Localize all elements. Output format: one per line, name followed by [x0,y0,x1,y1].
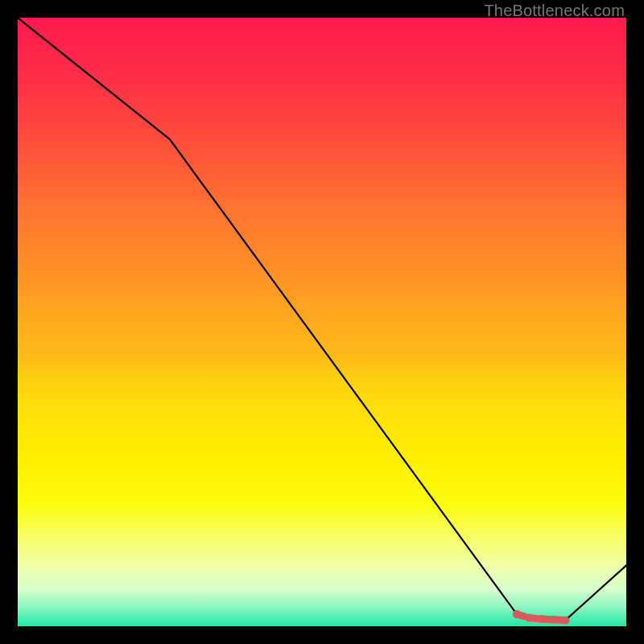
data-line [18,18,626,620]
marker-dot [513,610,521,618]
marker-dot [561,616,569,624]
marker-dot [525,613,533,621]
chart-frame: TheBottleneck.com [0,0,644,644]
data-line-group [18,18,626,620]
marker-group [513,610,569,625]
marker-dot [549,616,557,624]
chart-svg [18,18,626,626]
marker-dot [537,615,545,623]
plot-area [18,18,626,626]
